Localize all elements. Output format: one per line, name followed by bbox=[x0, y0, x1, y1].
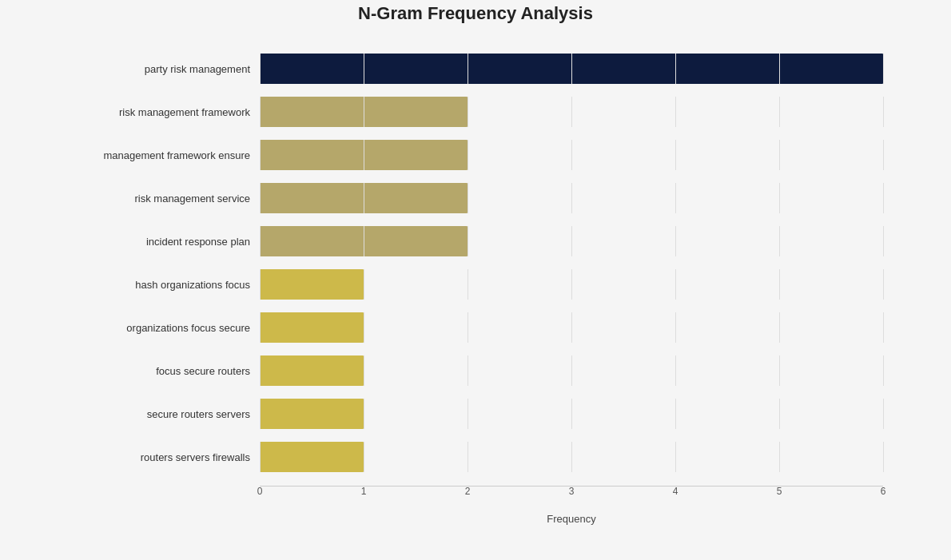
bar-fill bbox=[260, 183, 468, 213]
bar-row: management framework ensure bbox=[68, 134, 883, 176]
x-tick: 0 bbox=[257, 486, 263, 497]
bar-row: incident response plan bbox=[68, 220, 883, 262]
bar-fill bbox=[260, 269, 364, 300]
bar-fill bbox=[260, 442, 364, 472]
bar-track bbox=[260, 183, 883, 213]
chart-container: N-Gram Frequency Analysis party risk man… bbox=[36, 0, 915, 560]
bar-fill bbox=[260, 355, 364, 386]
x-tick: 3 bbox=[569, 486, 575, 497]
bar-track bbox=[260, 97, 883, 127]
bar-label: incident response plan bbox=[68, 236, 260, 248]
bar-row: focus secure routers bbox=[68, 350, 883, 391]
bar-label: organizations focus secure bbox=[68, 322, 260, 334]
bar-row: hash organizations focus bbox=[68, 264, 883, 305]
x-tick: 6 bbox=[881, 486, 886, 497]
bar-label: risk management framework bbox=[68, 106, 260, 118]
bar-row: routers servers firewalls bbox=[68, 436, 883, 478]
bar-fill bbox=[260, 312, 364, 343]
x-tick: 2 bbox=[465, 486, 471, 497]
x-tick: 5 bbox=[777, 486, 782, 497]
bar-fill bbox=[260, 97, 468, 127]
chart-area: party risk managementrisk management fra… bbox=[68, 48, 883, 479]
bar-fill bbox=[260, 226, 468, 256]
bar-label: hash organizations focus bbox=[68, 279, 260, 291]
x-tick: 4 bbox=[673, 486, 678, 497]
bar-label: secure routers servers bbox=[68, 408, 260, 420]
bar-label: focus secure routers bbox=[68, 365, 260, 377]
bar-track bbox=[260, 399, 883, 429]
bar-label: routers servers firewalls bbox=[68, 451, 260, 463]
x-axis-container: 0123456 bbox=[68, 486, 883, 510]
x-axis-label: Frequency bbox=[260, 513, 883, 525]
x-label-container: Frequency bbox=[68, 513, 883, 525]
bar-fill bbox=[260, 399, 364, 429]
chart-title: N-Gram Frequency Analysis bbox=[68, 3, 883, 24]
bar-fill bbox=[260, 140, 468, 170]
bar-track bbox=[260, 355, 883, 386]
bar-fill bbox=[260, 54, 883, 84]
bar-track bbox=[260, 269, 883, 300]
bar-row: risk management service bbox=[68, 177, 883, 219]
bar-row: risk management framework bbox=[68, 91, 883, 133]
bar-track bbox=[260, 442, 883, 472]
bar-row: secure routers servers bbox=[68, 393, 883, 435]
bar-track bbox=[260, 312, 883, 343]
x-tick: 1 bbox=[361, 486, 367, 497]
bar-label: party risk management bbox=[68, 63, 260, 75]
x-axis: 0123456 bbox=[260, 486, 883, 510]
bar-row: party risk management bbox=[68, 48, 883, 89]
bar-label: management framework ensure bbox=[68, 149, 260, 161]
bar-track bbox=[260, 54, 883, 84]
bar-track bbox=[260, 140, 883, 170]
bar-row: organizations focus secure bbox=[68, 307, 883, 348]
bar-label: risk management service bbox=[68, 193, 260, 205]
bar-track bbox=[260, 226, 883, 256]
